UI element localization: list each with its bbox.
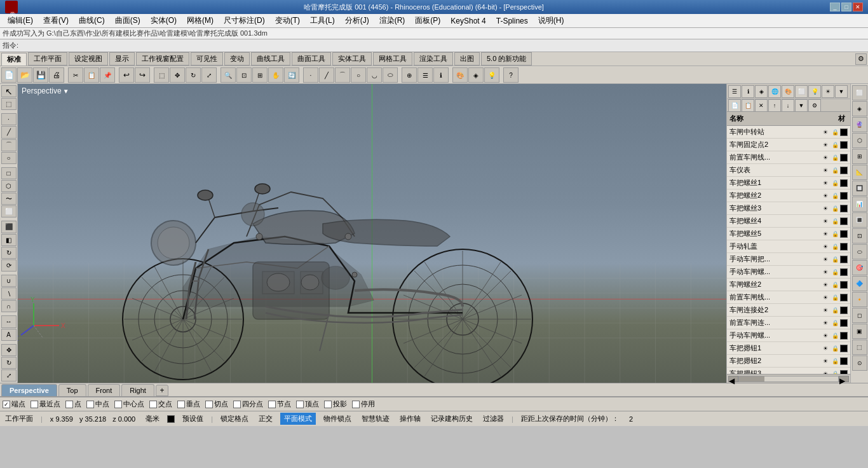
lt-extrude[interactable]: ⬛ [1, 221, 17, 233]
layer-item-0[interactable]: 车闸中转站 ☀ 🔒 [727, 126, 850, 139]
tb-new[interactable]: 📄 [1, 67, 17, 83]
tab-output[interactable]: 出图 [454, 52, 480, 65]
lt-select-arrow[interactable]: ↖ [1, 85, 17, 97]
snap-nearest-cb[interactable] [31, 401, 38, 408]
lt-select-point[interactable]: ⬚ [1, 98, 17, 110]
snap-disable[interactable]: 停用 [352, 399, 375, 409]
history-label[interactable]: 记录建构历史 [428, 414, 475, 423]
rp-new-layer[interactable]: 📄 [728, 99, 741, 112]
tb-select[interactable]: ⬚ [154, 67, 169, 83]
layer-sun-icon-12[interactable]: ☀ [821, 280, 830, 289]
lt-revolve[interactable]: ↻ [1, 247, 17, 259]
scroll-track[interactable] [738, 376, 839, 382]
gumball-label[interactable]: 操作轴 [397, 414, 423, 423]
lt-boolean-inter[interactable]: ∩ [1, 300, 17, 312]
menu-edit[interactable]: 编辑(E) [3, 14, 38, 27]
scroll-right-btn[interactable]: ▶ [839, 376, 849, 382]
layer-lock-icon-8[interactable]: 🔒 [831, 230, 839, 238]
layer-lock-icon-11[interactable]: 🔒 [831, 268, 839, 277]
frt-btn-13[interactable]: 🔷 [852, 276, 867, 291]
snap-vertex-cb[interactable] [296, 401, 304, 408]
frt-btn-10[interactable]: ⊡ [852, 228, 867, 244]
tb-open[interactable]: 📂 [17, 67, 32, 83]
cmd-input[interactable] [21, 42, 865, 50]
layer-lock-icon-12[interactable]: 🔒 [831, 280, 839, 289]
snap-intersection[interactable]: 交点 [149, 399, 172, 409]
layer-item-18[interactable]: 车把摁钮2 ☀ 🔒 [727, 355, 850, 368]
layer-sun-icon-5[interactable]: ☀ [821, 191, 830, 200]
snap-project[interactable]: 投影 [324, 399, 347, 409]
layer-color-6[interactable] [840, 205, 848, 212]
tab-viewport-config[interactable]: 工作视窗配置 [136, 52, 189, 65]
object-snap-label[interactable]: 物件锁点 [321, 414, 354, 423]
menu-panel[interactable]: 面板(P) [410, 14, 445, 27]
rp-moveup[interactable]: ↑ [768, 99, 781, 112]
layer-sun-icon-9[interactable]: ☀ [821, 242, 830, 251]
frt-btn-2[interactable]: ◈ [852, 101, 867, 116]
rp-render-btn[interactable]: 🎨 [782, 85, 794, 98]
tab-standard[interactable]: 标准 [1, 53, 27, 65]
tb-arc[interactable]: ◡ [367, 67, 382, 83]
snap-quad[interactable]: 四分点 [233, 399, 263, 409]
layer-color-7[interactable] [840, 217, 848, 225]
lt-sweep[interactable]: ⟳ [1, 259, 17, 272]
snap-nearest[interactable]: 最近点 [31, 399, 60, 409]
layer-item-15[interactable]: 前置车闸连... ☀ 🔒 [727, 317, 850, 329]
viewport[interactable]: Perspective ▼ [18, 84, 726, 383]
rp-new-sublayer[interactable]: 📋 [742, 99, 754, 112]
tb-snap[interactable]: ⊕ [402, 67, 417, 83]
snap-intersection-cb[interactable] [149, 401, 157, 408]
lt-point-tool[interactable]: · [1, 113, 17, 125]
rp-options[interactable]: ⚙ [808, 99, 821, 112]
smart-track-label[interactable]: 智慧轨迹 [359, 414, 392, 423]
vp-tab-perspective[interactable]: Perspective [1, 384, 57, 396]
minimize-button[interactable]: _ [830, 3, 840, 11]
lt-loft[interactable]: ◧ [1, 234, 17, 246]
tb-move[interactable]: ✥ [170, 67, 185, 83]
layer-lock-icon-2[interactable]: 🔒 [831, 153, 839, 162]
layer-item-19[interactable]: 车把摁钮3 ☀ 🔒 [727, 368, 850, 374]
lt-boolean-diff[interactable]: ∖ [1, 287, 17, 299]
lt-boolean-union[interactable]: ∪ [1, 275, 17, 287]
layer-item-10[interactable]: 手动车闸把... ☀ 🔒 [727, 253, 850, 266]
tab-solid-tools[interactable]: 实体工具 [332, 52, 372, 65]
layer-lock-icon-4[interactable]: 🔒 [831, 179, 839, 188]
tb-line[interactable]: ╱ [319, 67, 334, 83]
vp-tab-right[interactable]: Right [121, 384, 154, 396]
tab-display[interactable]: 显示 [109, 52, 135, 65]
lt-line-tool[interactable]: ╱ [1, 126, 17, 138]
snap-endpoint-cb[interactable] [3, 401, 10, 408]
snap-quad-cb[interactable] [233, 401, 241, 408]
frt-btn-15[interactable]: ◻ [852, 308, 867, 323]
snap-center-cb[interactable] [114, 401, 122, 408]
snap-project-cb[interactable] [324, 401, 332, 408]
layer-lock-icon-9[interactable]: 🔒 [831, 242, 839, 251]
frt-btn-12[interactable]: 🎯 [852, 260, 867, 275]
snap-disable-cb[interactable] [352, 401, 360, 408]
layer-color-13[interactable] [840, 294, 848, 301]
tb-material[interactable]: ◈ [468, 67, 484, 83]
snap-vertex[interactable]: 顶点 [296, 399, 319, 409]
rp-material-btn[interactable]: ◈ [755, 85, 768, 98]
tb-layer[interactable]: ☰ [417, 67, 433, 83]
rp-filter-btn[interactable]: ▼ [835, 85, 848, 98]
rp-movedown[interactable]: ↓ [782, 99, 794, 112]
tb-copy[interactable]: 📋 [84, 67, 99, 83]
menu-surface[interactable]: 曲面(S) [110, 14, 146, 27]
lt-circle-tool[interactable]: ○ [1, 152, 17, 164]
layer-item-11[interactable]: 手动车闸螺... ☀ 🔒 [727, 266, 850, 279]
layer-item-5[interactable]: 车把螺丝2 ☀ 🔒 [727, 189, 850, 202]
tab-curve-tools[interactable]: 曲线工具 [251, 52, 290, 65]
snap-knot-cb[interactable] [268, 401, 276, 408]
tab-surface-tools[interactable]: 曲面工具 [292, 52, 331, 65]
layer-item-14[interactable]: 车闸连接处2 ☀ 🔒 [727, 304, 850, 317]
tb-polyline[interactable]: ⌒ [335, 67, 350, 83]
menu-help[interactable]: 说明(H) [533, 14, 569, 27]
layer-lock-icon-14[interactable]: 🔒 [831, 306, 839, 315]
tb-properties[interactable]: ℹ [433, 67, 449, 83]
layer-item-2[interactable]: 前置车闸线... ☀ 🔒 [727, 151, 850, 164]
filter-label[interactable]: 过滤器 [480, 414, 506, 423]
frt-btn-14[interactable]: 🔸 [852, 292, 867, 307]
frt-btn-6[interactable]: 📐 [852, 165, 867, 180]
layer-color-10[interactable] [840, 256, 848, 263]
